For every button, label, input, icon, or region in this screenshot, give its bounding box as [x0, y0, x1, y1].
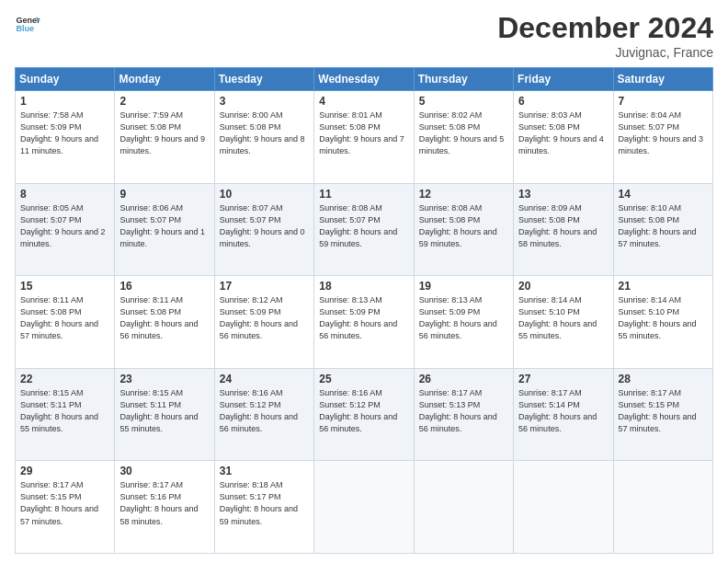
day-info: Sunrise: 8:16 AMSunset: 5:12 PMDaylight:…: [220, 387, 309, 435]
header-thursday: Thursday: [414, 68, 513, 91]
table-row: 13Sunrise: 8:09 AMSunset: 5:08 PMDayligh…: [514, 183, 613, 276]
day-number: 5: [419, 95, 508, 108]
day-number: 7: [619, 95, 708, 108]
day-number: 22: [20, 373, 109, 385]
table-row: 20Sunrise: 8:14 AMSunset: 5:10 PMDayligh…: [514, 276, 613, 369]
day-info: Sunrise: 8:09 AMSunset: 5:08 PMDaylight:…: [518, 202, 608, 250]
day-number: 4: [319, 95, 408, 108]
table-row: 18Sunrise: 8:13 AMSunset: 5:09 PMDayligh…: [314, 276, 414, 369]
day-number: 25: [319, 373, 408, 385]
table-row: 30Sunrise: 8:17 AMSunset: 5:16 PMDayligh…: [115, 461, 214, 554]
table-row: 11Sunrise: 8:08 AMSunset: 5:07 PMDayligh…: [314, 183, 414, 276]
table-row: 27Sunrise: 8:17 AMSunset: 5:14 PMDayligh…: [514, 368, 613, 461]
table-row: 31Sunrise: 8:18 AMSunset: 5:17 PMDayligh…: [214, 461, 313, 554]
svg-text:General: General: [16, 16, 40, 25]
day-info: Sunrise: 8:13 AMSunset: 5:09 PMDaylight:…: [419, 294, 508, 342]
calendar-week-row: 29Sunrise: 8:17 AMSunset: 5:15 PMDayligh…: [16, 461, 713, 554]
day-info: Sunrise: 8:13 AMSunset: 5:09 PMDaylight:…: [319, 294, 408, 342]
day-number: 20: [518, 280, 608, 293]
header: General Blue December 2024 Juvignac, Fra…: [15, 11, 713, 60]
day-info: Sunrise: 8:18 AMSunset: 5:17 PMDaylight:…: [220, 479, 309, 527]
day-info: Sunrise: 8:17 AMSunset: 5:13 PMDaylight:…: [419, 387, 508, 435]
logo: General Blue: [15, 11, 40, 37]
day-number: 2: [119, 95, 209, 108]
day-info: Sunrise: 8:16 AMSunset: 5:12 PMDaylight:…: [319, 387, 408, 435]
day-number: 29: [20, 465, 109, 477]
day-number: 3: [220, 95, 309, 108]
day-number: 19: [419, 280, 508, 293]
day-number: 15: [20, 280, 109, 293]
table-row: 23Sunrise: 8:15 AMSunset: 5:11 PMDayligh…: [115, 368, 214, 461]
table-row: 17Sunrise: 8:12 AMSunset: 5:09 PMDayligh…: [214, 276, 313, 369]
day-number: 11: [319, 188, 408, 201]
table-row: [613, 461, 712, 554]
day-info: Sunrise: 8:10 AMSunset: 5:08 PMDaylight:…: [619, 202, 708, 250]
table-row: 15Sunrise: 8:11 AMSunset: 5:08 PMDayligh…: [16, 276, 115, 369]
day-number: 23: [119, 373, 209, 385]
day-number: 31: [220, 465, 309, 477]
day-info: Sunrise: 8:15 AMSunset: 5:11 PMDaylight:…: [20, 387, 109, 435]
calendar-week-row: 15Sunrise: 8:11 AMSunset: 5:08 PMDayligh…: [16, 276, 713, 369]
day-info: Sunrise: 8:17 AMSunset: 5:15 PMDaylight:…: [20, 479, 109, 527]
table-row: [314, 461, 414, 554]
title-block: December 2024 Juvignac, France: [497, 11, 713, 60]
day-number: 28: [619, 373, 708, 385]
day-number: 12: [419, 188, 508, 201]
day-info: Sunrise: 8:17 AMSunset: 5:16 PMDaylight:…: [119, 479, 209, 527]
calendar-week-row: 1Sunrise: 7:58 AMSunset: 5:09 PMDaylight…: [16, 91, 713, 184]
day-number: 13: [518, 188, 608, 201]
header-sunday: Sunday: [16, 68, 115, 91]
month-title: December 2024: [497, 11, 713, 45]
table-row: [514, 461, 613, 554]
day-info: Sunrise: 8:14 AMSunset: 5:10 PMDaylight:…: [518, 294, 608, 342]
day-number: 27: [518, 373, 608, 385]
header-friday: Friday: [514, 68, 613, 91]
day-info: Sunrise: 8:12 AMSunset: 5:09 PMDaylight:…: [220, 294, 309, 342]
table-row: 2Sunrise: 7:59 AMSunset: 5:08 PMDaylight…: [115, 91, 214, 184]
table-row: 24Sunrise: 8:16 AMSunset: 5:12 PMDayligh…: [214, 368, 313, 461]
day-info: Sunrise: 8:03 AMSunset: 5:08 PMDaylight:…: [518, 109, 608, 157]
day-number: 17: [220, 280, 309, 293]
header-wednesday: Wednesday: [314, 68, 414, 91]
day-info: Sunrise: 7:58 AMSunset: 5:09 PMDaylight:…: [20, 109, 109, 157]
day-info: Sunrise: 8:02 AMSunset: 5:08 PMDaylight:…: [419, 109, 508, 157]
day-number: 18: [319, 280, 408, 293]
day-info: Sunrise: 8:05 AMSunset: 5:07 PMDaylight:…: [20, 202, 109, 250]
table-row: 1Sunrise: 7:58 AMSunset: 5:09 PMDaylight…: [16, 91, 115, 184]
header-tuesday: Tuesday: [214, 68, 313, 91]
day-number: 14: [619, 188, 708, 201]
table-row: 5Sunrise: 8:02 AMSunset: 5:08 PMDaylight…: [414, 91, 513, 184]
table-row: 16Sunrise: 8:11 AMSunset: 5:08 PMDayligh…: [115, 276, 214, 369]
table-row: 4Sunrise: 8:01 AMSunset: 5:08 PMDaylight…: [314, 91, 414, 184]
day-number: 24: [220, 373, 309, 385]
location: Juvignac, France: [497, 45, 713, 60]
table-row: 10Sunrise: 8:07 AMSunset: 5:07 PMDayligh…: [214, 183, 313, 276]
page: General Blue December 2024 Juvignac, Fra…: [0, 0, 728, 563]
table-row: [414, 461, 513, 554]
table-row: 25Sunrise: 8:16 AMSunset: 5:12 PMDayligh…: [314, 368, 414, 461]
day-number: 6: [518, 95, 608, 108]
day-number: 9: [119, 188, 209, 201]
header-saturday: Saturday: [613, 68, 712, 91]
table-row: 29Sunrise: 8:17 AMSunset: 5:15 PMDayligh…: [16, 461, 115, 554]
day-info: Sunrise: 8:15 AMSunset: 5:11 PMDaylight:…: [119, 387, 209, 435]
table-row: 19Sunrise: 8:13 AMSunset: 5:09 PMDayligh…: [414, 276, 513, 369]
table-row: 21Sunrise: 8:14 AMSunset: 5:10 PMDayligh…: [613, 276, 712, 369]
day-info: Sunrise: 8:17 AMSunset: 5:14 PMDaylight:…: [518, 387, 608, 435]
day-info: Sunrise: 8:11 AMSunset: 5:08 PMDaylight:…: [119, 294, 209, 342]
day-info: Sunrise: 8:17 AMSunset: 5:15 PMDaylight:…: [619, 387, 708, 435]
table-row: 12Sunrise: 8:08 AMSunset: 5:08 PMDayligh…: [414, 183, 513, 276]
calendar-header-row: Sunday Monday Tuesday Wednesday Thursday…: [16, 68, 713, 91]
table-row: 8Sunrise: 8:05 AMSunset: 5:07 PMDaylight…: [16, 183, 115, 276]
day-info: Sunrise: 8:01 AMSunset: 5:08 PMDaylight:…: [319, 109, 408, 157]
table-row: 22Sunrise: 8:15 AMSunset: 5:11 PMDayligh…: [16, 368, 115, 461]
table-row: 3Sunrise: 8:00 AMSunset: 5:08 PMDaylight…: [214, 91, 313, 184]
day-info: Sunrise: 8:07 AMSunset: 5:07 PMDaylight:…: [220, 202, 309, 250]
day-number: 10: [220, 188, 309, 201]
day-number: 1: [20, 95, 109, 108]
calendar-week-row: 22Sunrise: 8:15 AMSunset: 5:11 PMDayligh…: [16, 368, 713, 461]
table-row: 28Sunrise: 8:17 AMSunset: 5:15 PMDayligh…: [613, 368, 712, 461]
header-monday: Monday: [115, 68, 214, 91]
day-info: Sunrise: 7:59 AMSunset: 5:08 PMDaylight:…: [119, 109, 209, 157]
day-info: Sunrise: 8:00 AMSunset: 5:08 PMDaylight:…: [220, 109, 309, 157]
